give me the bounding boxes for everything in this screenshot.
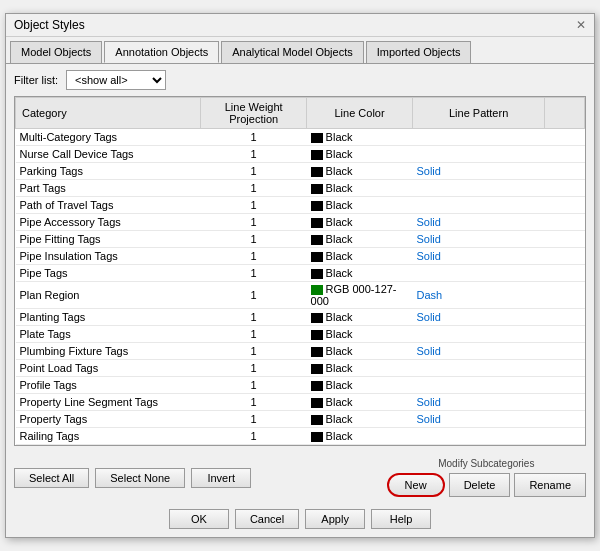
cell-color: Black: [307, 394, 413, 411]
cell-category: Multi-Category Tags: [16, 129, 201, 146]
cell-pattern: [412, 326, 544, 343]
cell-pattern: Dash: [412, 282, 544, 309]
cell-category: Plan Region: [16, 282, 201, 309]
table-row[interactable]: Parking Tags1BlackSolid: [16, 163, 585, 180]
cell-pattern: [412, 377, 544, 394]
cell-weight: 1: [201, 326, 307, 343]
cell-pattern: Solid: [412, 163, 544, 180]
cell-color: Black: [307, 248, 413, 265]
table-row[interactable]: Property Line Segment Tags1BlackSolid: [16, 394, 585, 411]
cell-weight: 1: [201, 180, 307, 197]
rename-button[interactable]: Rename: [514, 473, 586, 497]
cell-pattern: Solid: [412, 214, 544, 231]
cell-pattern: Solid: [412, 411, 544, 428]
table-row[interactable]: Railing Tags1Black: [16, 428, 585, 445]
cell-color: Black: [307, 343, 413, 360]
cell-color: Black: [307, 377, 413, 394]
cell-pattern: Solid: [412, 248, 544, 265]
cell-color: Black: [307, 197, 413, 214]
cell-weight: 1: [201, 360, 307, 377]
cell-color: RGB 000-127-000: [307, 282, 413, 309]
table-row[interactable]: Part Tags1Black: [16, 180, 585, 197]
filter-label: Filter list:: [14, 74, 58, 86]
cell-category: Profile Tags: [16, 377, 201, 394]
cell-category: Point Load Tags: [16, 360, 201, 377]
close-button[interactable]: ✕: [576, 18, 586, 32]
color-swatch: [311, 381, 323, 391]
table-row[interactable]: Pipe Tags1Black: [16, 265, 585, 282]
cell-color: Black: [307, 309, 413, 326]
tab-annotation-objects[interactable]: Annotation Objects: [104, 41, 219, 63]
color-swatch: [311, 330, 323, 340]
tab-analytical-model-objects[interactable]: Analytical Model Objects: [221, 41, 363, 63]
table-row[interactable]: Profile Tags1Black: [16, 377, 585, 394]
table-row[interactable]: Multi-Category Tags1Black: [16, 129, 585, 146]
col-header-category: Category: [16, 98, 201, 129]
cell-color: RGB 000-127-000: [307, 445, 413, 446]
delete-button[interactable]: Delete: [449, 473, 511, 497]
color-swatch: [311, 167, 323, 177]
tab-imported-objects[interactable]: Imported Objects: [366, 41, 472, 63]
cell-weight: 1: [201, 411, 307, 428]
col-header-pattern: Line Pattern: [412, 98, 544, 129]
cell-weight: 1: [201, 214, 307, 231]
tab-bar: Model Objects Annotation Objects Analyti…: [6, 37, 594, 64]
apply-button[interactable]: Apply: [305, 509, 365, 529]
ok-button[interactable]: OK: [169, 509, 229, 529]
cell-pattern: [412, 129, 544, 146]
color-swatch: [311, 269, 323, 279]
cell-color: Black: [307, 265, 413, 282]
select-none-button[interactable]: Select None: [95, 468, 185, 488]
table-row[interactable]: Plan Region1RGB 000-127-000Dash: [16, 282, 585, 309]
table-row[interactable]: Planting Tags1BlackSolid: [16, 309, 585, 326]
table-row[interactable]: Pipe Insulation Tags1BlackSolid: [16, 248, 585, 265]
cell-color: Black: [307, 180, 413, 197]
cell-weight: 1: [201, 197, 307, 214]
cell-weight: 1: [201, 428, 307, 445]
cell-weight: 1: [201, 129, 307, 146]
cell-category: Pipe Tags: [16, 265, 201, 282]
modify-subcategories-section: Modify Subcategories New Delete Rename: [387, 458, 586, 497]
table-row[interactable]: Path of Travel Tags1Black: [16, 197, 585, 214]
tab-model-objects[interactable]: Model Objects: [10, 41, 102, 63]
table-row[interactable]: Pipe Fitting Tags1BlackSolid: [16, 231, 585, 248]
filter-select[interactable]: <show all>: [66, 70, 166, 90]
table-row[interactable]: Pipe Accessory Tags1BlackSolid: [16, 214, 585, 231]
cancel-button[interactable]: Cancel: [235, 509, 299, 529]
cell-color: Black: [307, 360, 413, 377]
object-styles-dialog: Object Styles ✕ Model Objects Annotation…: [5, 13, 595, 538]
color-swatch: [311, 347, 323, 357]
cell-color: Black: [307, 146, 413, 163]
cell-category: Planting Tags: [16, 309, 201, 326]
col-header-weight: Line WeightProjection: [201, 98, 307, 129]
cell-weight: 1: [201, 163, 307, 180]
category-table: Category Line WeightProjection Line Colo…: [14, 96, 586, 446]
help-button[interactable]: Help: [371, 509, 431, 529]
table-row[interactable]: Plate Tags1Black: [16, 326, 585, 343]
cell-category: Property Tags: [16, 411, 201, 428]
cell-category: Path of Travel Tags: [16, 197, 201, 214]
table-row[interactable]: Rebar Cover References2RGB 000-127-000Re…: [16, 445, 585, 446]
color-swatch: [311, 184, 323, 194]
color-swatch: [311, 218, 323, 228]
table-row[interactable]: Plumbing Fixture Tags1BlackSolid: [16, 343, 585, 360]
cell-color: Black: [307, 231, 413, 248]
invert-button[interactable]: Invert: [191, 468, 251, 488]
cell-weight: 1: [201, 309, 307, 326]
select-all-button[interactable]: Select All: [14, 468, 89, 488]
cell-pattern: [412, 265, 544, 282]
cell-weight: 1: [201, 343, 307, 360]
table-row[interactable]: Point Load Tags1Black: [16, 360, 585, 377]
table-row[interactable]: Property Tags1BlackSolid: [16, 411, 585, 428]
cell-category: Pipe Insulation Tags: [16, 248, 201, 265]
dialog-title: Object Styles: [14, 18, 85, 32]
table-row[interactable]: Nurse Call Device Tags1Black: [16, 146, 585, 163]
cell-pattern: [412, 197, 544, 214]
dialog-content: Filter list: <show all> Category Line We…: [6, 64, 594, 452]
cell-weight: 2: [201, 445, 307, 446]
cell-pattern: [412, 360, 544, 377]
new-button[interactable]: New: [387, 473, 445, 497]
cell-weight: 1: [201, 146, 307, 163]
color-swatch: [311, 252, 323, 262]
cell-color: Black: [307, 214, 413, 231]
